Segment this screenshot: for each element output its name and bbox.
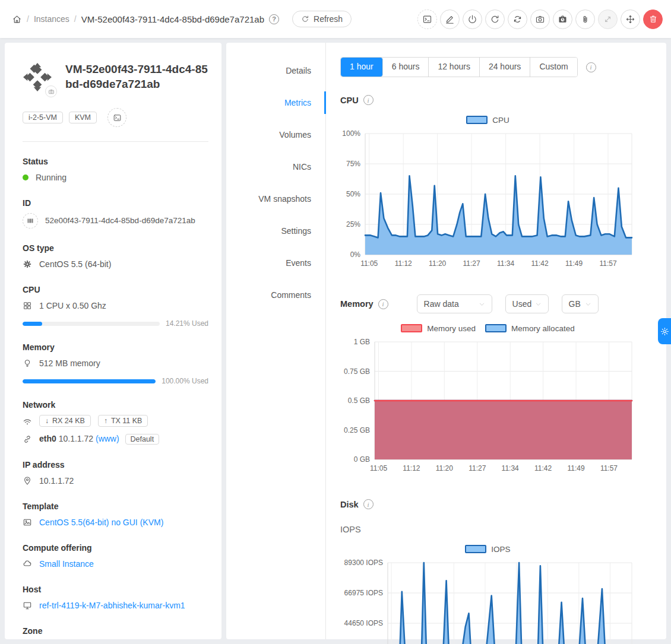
tab-metrics[interactable]: Metrics: [226, 87, 325, 119]
disk-chart-title: Disk: [340, 500, 359, 509]
tab-vm-snapshots[interactable]: VM snapshots: [226, 183, 325, 215]
iops-legend-item[interactable]: IOPS: [465, 545, 510, 554]
cpu-chart: CPU 100%75%50%25%0%11:0511:1211:2011:271…: [340, 113, 652, 274]
svg-text:44650 IOPS: 44650 IOPS: [344, 619, 383, 627]
memory-usage-bar: [23, 379, 156, 383]
status-label: Status: [23, 157, 208, 166]
svg-text:0%: 0%: [350, 250, 361, 259]
memory-used-swatch: [401, 324, 422, 332]
memory-data-select[interactable]: Raw data: [417, 294, 492, 313]
range-6-hours[interactable]: 6 hours: [383, 58, 429, 77]
tab-volumes[interactable]: Volumes: [226, 119, 325, 151]
power-icon: [467, 14, 477, 24]
id-section: ID 52e00f43-7911-4dc4-85bd-d69de7a721ab: [23, 198, 208, 229]
memory-chart: Memory used Memory allocated 1 GB0.75 GB…: [340, 322, 652, 479]
memory-mode-select[interactable]: Used: [505, 294, 549, 313]
memory-spec-value: 512 MB memory: [39, 357, 100, 369]
zone-section: Zone ref-trl-4119-k-M7-abhishek-kumar: [23, 626, 208, 639]
svg-text:25%: 25%: [346, 220, 360, 229]
scale-vm-button[interactable]: [598, 9, 618, 29]
svg-text:66975 IOPS: 66975 IOPS: [344, 589, 383, 597]
range-custom[interactable]: Custom: [530, 58, 577, 77]
reload-icon: [301, 15, 309, 23]
migrate-button[interactable]: [621, 9, 640, 29]
power-off-button[interactable]: [463, 9, 482, 29]
memory-allocated-legend-item[interactable]: Memory allocated: [485, 324, 575, 333]
divider: [23, 141, 208, 142]
cpu-legend-item[interactable]: CPU: [466, 116, 509, 125]
cpu-usage-text: 14.21% Used: [166, 319, 208, 328]
move-arrows-icon: [625, 14, 635, 24]
cpu-info-icon[interactable]: i: [363, 95, 374, 105]
id-value: 52e00f43-7911-4dc4-85bd-d69de7a721ab: [45, 215, 195, 227]
breadcrumb-separator: /: [74, 14, 77, 24]
disk-info-icon[interactable]: i: [363, 499, 374, 509]
vm-internal-name-chip: i-2-5-VM: [23, 112, 63, 123]
memory-used-legend-item[interactable]: Memory used: [401, 324, 476, 333]
refresh-button[interactable]: Refresh: [292, 11, 352, 27]
memory-info-icon[interactable]: i: [378, 299, 388, 309]
attach-iso-button[interactable]: [575, 9, 595, 29]
tab-events[interactable]: Events: [226, 247, 325, 279]
vm-snapshot-button[interactable]: [553, 9, 572, 29]
offering-link[interactable]: Small Instance: [39, 558, 94, 570]
edit-button[interactable]: [440, 9, 460, 29]
home-icon[interactable]: [12, 14, 22, 24]
tab-settings[interactable]: Settings: [226, 215, 325, 247]
tab-nics[interactable]: NICs: [226, 151, 325, 183]
nic-name: eth0: [39, 434, 56, 443]
destroy-button[interactable]: [643, 9, 663, 29]
os-label: OS type: [23, 243, 208, 253]
trash-icon: [648, 14, 658, 24]
reinstall-button[interactable]: [508, 9, 527, 29]
info-icon[interactable]: i: [586, 62, 596, 72]
reboot-button[interactable]: [485, 9, 505, 29]
detail-tabs: Details Metrics Volumes NICs VM snapshot…: [226, 43, 326, 639]
help-icon[interactable]: ?: [269, 14, 279, 24]
cpu-spec-value: 1 CPU x 0.50 Ghz: [39, 300, 106, 312]
status-running-dot: [23, 175, 29, 180]
svg-text:11:42: 11:42: [534, 464, 552, 472]
take-snapshot-button[interactable]: [530, 9, 550, 29]
cloud-icon: [23, 559, 32, 569]
svg-text:11:12: 11:12: [395, 259, 412, 268]
network-link[interactable]: (www): [96, 434, 119, 443]
template-link[interactable]: CentOS 5.5(64-bit) no GUI (KVM): [39, 516, 163, 528]
range-24-hours[interactable]: 24 hours: [480, 58, 530, 77]
svg-text:11:27: 11:27: [463, 259, 480, 268]
settings-fab-button[interactable]: [658, 318, 671, 344]
location-pin-icon: [23, 476, 32, 486]
ip-value: 10.1.1.72: [39, 475, 74, 487]
tx-chip: ↑TX 11 KB: [98, 415, 148, 427]
host-section: Host ref-trl-4119-k-M7-abhishek-kumar-kv…: [23, 585, 208, 611]
chevron-down-icon: [585, 301, 591, 307]
svg-text:75%: 75%: [346, 160, 360, 168]
svg-text:11:27: 11:27: [469, 464, 486, 472]
tab-comments[interactable]: Comments: [226, 279, 325, 311]
nic-ip: 10.1.1.72: [59, 434, 93, 443]
memory-usage-text: 100.00% Used: [162, 377, 208, 385]
svg-text:11:05: 11:05: [370, 464, 387, 472]
host-link[interactable]: ref-trl-4119-k-M7-abhishek-kumar-kvm1: [39, 599, 185, 611]
sync-icon: [512, 14, 523, 24]
range-12-hours[interactable]: 12 hours: [429, 58, 479, 77]
svg-text:11:34: 11:34: [502, 464, 519, 472]
range-1-hour[interactable]: 1 hour: [341, 58, 383, 77]
status-section: Status Running: [23, 157, 208, 183]
desktop-icon: [23, 601, 32, 610]
os-value: CentOS 5.5 (64-bit): [39, 258, 111, 270]
tab-details[interactable]: Details: [226, 55, 325, 87]
gear-icon: [660, 327, 669, 336]
svg-text:0.75 GB: 0.75 GB: [344, 367, 370, 376]
breadcrumb-instances[interactable]: Instances: [34, 14, 69, 24]
console-chip-button[interactable]: [107, 108, 126, 127]
chevron-down-icon: [535, 301, 542, 307]
svg-text:11:34: 11:34: [497, 259, 514, 268]
svg-text:11:49: 11:49: [565, 259, 583, 268]
camera-icon: [535, 14, 545, 24]
camera-badge-icon[interactable]: [45, 85, 57, 97]
console-button[interactable]: [417, 9, 437, 29]
memory-unit-select[interactable]: GB: [562, 294, 599, 313]
vm-info-panel: VM-52e00f43-7911-4dc4-85bd-d69de7a721ab …: [5, 43, 221, 639]
download-arrow-icon: ↓: [45, 417, 49, 425]
